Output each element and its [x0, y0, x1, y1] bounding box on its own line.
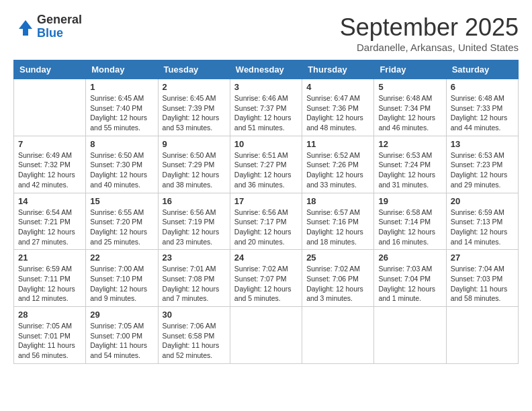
day-info: Sunrise: 7:01 AMSunset: 7:08 PMDaylight:… [163, 264, 226, 304]
calendar-cell: 27Sunrise: 7:04 AMSunset: 7:03 PMDayligh… [446, 250, 518, 307]
calendar-cell: 26Sunrise: 7:03 AMSunset: 7:04 PMDayligh… [374, 250, 446, 307]
calendar-cell: 13Sunrise: 6:53 AMSunset: 7:23 PMDayligh… [446, 136, 518, 193]
weekday-header: Wednesday [230, 60, 302, 79]
calendar-cell: 22Sunrise: 7:00 AMSunset: 7:10 PMDayligh… [86, 250, 158, 307]
calendar-header-row: SundayMondayTuesdayWednesdayThursdayFrid… [14, 60, 519, 79]
logo: General Blue [13, 13, 82, 40]
day-info: Sunrise: 6:50 AMSunset: 7:30 PMDaylight:… [90, 150, 153, 190]
calendar-cell: 30Sunrise: 7:06 AMSunset: 6:58 PMDayligh… [158, 307, 230, 364]
calendar-cell: 8Sunrise: 6:50 AMSunset: 7:30 PMDaylight… [86, 136, 158, 193]
day-info: Sunrise: 6:56 AMSunset: 7:19 PMDaylight:… [163, 208, 226, 247]
day-number: 4 [306, 82, 369, 92]
calendar-cell: 6Sunrise: 6:48 AMSunset: 7:33 PMDaylight… [446, 79, 518, 136]
day-info: Sunrise: 6:58 AMSunset: 7:14 PMDaylight:… [378, 208, 441, 247]
day-info: Sunrise: 6:59 AMSunset: 7:11 PMDaylight:… [18, 264, 81, 304]
calendar-week-row: 7Sunrise: 6:49 AMSunset: 7:32 PMDaylight… [14, 136, 519, 193]
calendar-cell: 23Sunrise: 7:01 AMSunset: 7:08 PMDayligh… [158, 250, 230, 307]
logo-icon [13, 17, 34, 37]
day-number: 13 [451, 139, 514, 149]
calendar-cell: 16Sunrise: 6:56 AMSunset: 7:19 PMDayligh… [158, 193, 230, 250]
day-number: 5 [378, 82, 441, 92]
day-number: 10 [234, 139, 298, 149]
day-number: 2 [163, 82, 226, 92]
day-number: 24 [234, 253, 298, 263]
logo-text: General Blue [37, 13, 82, 40]
title-section: September 2025 Dardanelle, Arkansas, Uni… [340, 13, 519, 53]
calendar-cell: 15Sunrise: 6:55 AMSunset: 7:20 PMDayligh… [86, 193, 158, 250]
calendar-cell: 12Sunrise: 6:53 AMSunset: 7:24 PMDayligh… [374, 136, 446, 193]
calendar-week-row: 1Sunrise: 6:45 AMSunset: 7:40 PMDaylight… [14, 79, 519, 136]
calendar-cell: 2Sunrise: 6:45 AMSunset: 7:39 PMDaylight… [158, 79, 230, 136]
logo-general: General [37, 13, 82, 27]
day-info: Sunrise: 6:50 AMSunset: 7:29 PMDaylight:… [163, 150, 226, 190]
calendar-cell: 21Sunrise: 6:59 AMSunset: 7:11 PMDayligh… [14, 250, 86, 307]
day-number: 14 [18, 196, 81, 206]
day-number: 30 [163, 310, 226, 320]
day-number: 17 [234, 196, 298, 206]
day-info: Sunrise: 7:03 AMSunset: 7:04 PMDaylight:… [378, 264, 441, 304]
calendar-cell [230, 307, 302, 364]
day-info: Sunrise: 7:05 AMSunset: 7:01 PMDaylight:… [18, 321, 81, 361]
day-info: Sunrise: 6:55 AMSunset: 7:20 PMDaylight:… [90, 208, 153, 247]
day-number: 16 [163, 196, 226, 206]
day-number: 20 [451, 196, 514, 206]
calendar-cell [14, 79, 86, 136]
month-title: September 2025 [340, 13, 519, 42]
page-header: General Blue September 2025 Dardanelle, … [13, 13, 519, 53]
day-info: Sunrise: 6:45 AMSunset: 7:40 PMDaylight:… [90, 93, 153, 133]
day-info: Sunrise: 6:46 AMSunset: 7:37 PMDaylight:… [234, 93, 298, 133]
calendar-table: SundayMondayTuesdayWednesdayThursdayFrid… [13, 60, 519, 364]
calendar-cell: 7Sunrise: 6:49 AMSunset: 7:32 PMDaylight… [14, 136, 86, 193]
day-info: Sunrise: 6:57 AMSunset: 7:16 PMDaylight:… [306, 208, 369, 247]
calendar-week-row: 21Sunrise: 6:59 AMSunset: 7:11 PMDayligh… [14, 250, 519, 307]
weekday-header: Friday [374, 60, 446, 79]
day-info: Sunrise: 6:48 AMSunset: 7:33 PMDaylight:… [451, 93, 514, 133]
calendar-cell: 20Sunrise: 6:59 AMSunset: 7:13 PMDayligh… [446, 193, 518, 250]
svg-marker-0 [19, 20, 32, 36]
day-info: Sunrise: 6:48 AMSunset: 7:34 PMDaylight:… [378, 93, 441, 133]
day-number: 8 [90, 139, 153, 149]
weekday-header: Sunday [14, 60, 86, 79]
day-info: Sunrise: 7:04 AMSunset: 7:03 PMDaylight:… [451, 264, 514, 304]
day-info: Sunrise: 6:45 AMSunset: 7:39 PMDaylight:… [163, 93, 226, 133]
calendar-cell: 19Sunrise: 6:58 AMSunset: 7:14 PMDayligh… [374, 193, 446, 250]
weekday-header: Saturday [446, 60, 518, 79]
day-number: 11 [306, 139, 369, 149]
calendar-cell: 29Sunrise: 7:05 AMSunset: 7:00 PMDayligh… [86, 307, 158, 364]
calendar-cell [302, 307, 374, 364]
calendar-cell: 10Sunrise: 6:51 AMSunset: 7:27 PMDayligh… [230, 136, 302, 193]
location-subtitle: Dardanelle, Arkansas, United States [340, 42, 519, 53]
day-number: 1 [90, 82, 153, 92]
weekday-header: Thursday [302, 60, 374, 79]
calendar-cell: 25Sunrise: 7:02 AMSunset: 7:06 PMDayligh… [302, 250, 374, 307]
day-number: 12 [378, 139, 441, 149]
day-info: Sunrise: 7:06 AMSunset: 6:58 PMDaylight:… [163, 321, 226, 361]
calendar-cell [446, 307, 518, 364]
calendar-cell: 17Sunrise: 6:56 AMSunset: 7:17 PMDayligh… [230, 193, 302, 250]
day-info: Sunrise: 7:05 AMSunset: 7:00 PMDaylight:… [90, 321, 153, 361]
day-number: 15 [90, 196, 153, 206]
weekday-header: Tuesday [158, 60, 230, 79]
day-info: Sunrise: 7:02 AMSunset: 7:07 PMDaylight:… [234, 264, 298, 304]
day-number: 23 [163, 253, 226, 263]
day-number: 29 [90, 310, 153, 320]
calendar-week-row: 14Sunrise: 6:54 AMSunset: 7:21 PMDayligh… [14, 193, 519, 250]
day-info: Sunrise: 7:00 AMSunset: 7:10 PMDaylight:… [90, 264, 153, 304]
calendar-cell: 28Sunrise: 7:05 AMSunset: 7:01 PMDayligh… [14, 307, 86, 364]
calendar-cell: 14Sunrise: 6:54 AMSunset: 7:21 PMDayligh… [14, 193, 86, 250]
day-info: Sunrise: 6:53 AMSunset: 7:24 PMDaylight:… [378, 150, 441, 190]
day-info: Sunrise: 6:54 AMSunset: 7:21 PMDaylight:… [18, 208, 81, 247]
calendar-cell: 4Sunrise: 6:47 AMSunset: 7:36 PMDaylight… [302, 79, 374, 136]
calendar-cell: 5Sunrise: 6:48 AMSunset: 7:34 PMDaylight… [374, 79, 446, 136]
calendar-cell: 1Sunrise: 6:45 AMSunset: 7:40 PMDaylight… [86, 79, 158, 136]
calendar-week-row: 28Sunrise: 7:05 AMSunset: 7:01 PMDayligh… [14, 307, 519, 364]
logo-blue: Blue [37, 27, 82, 40]
day-info: Sunrise: 6:52 AMSunset: 7:26 PMDaylight:… [306, 150, 369, 190]
calendar-cell: 9Sunrise: 6:50 AMSunset: 7:29 PMDaylight… [158, 136, 230, 193]
calendar-cell: 24Sunrise: 7:02 AMSunset: 7:07 PMDayligh… [230, 250, 302, 307]
day-number: 9 [163, 139, 226, 149]
day-number: 6 [451, 82, 514, 92]
calendar-cell [374, 307, 446, 364]
day-number: 25 [306, 253, 369, 263]
calendar-cell: 18Sunrise: 6:57 AMSunset: 7:16 PMDayligh… [302, 193, 374, 250]
